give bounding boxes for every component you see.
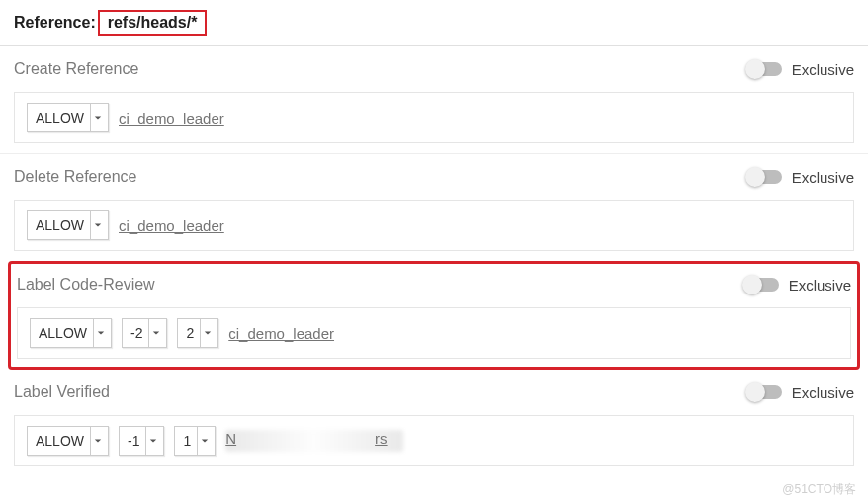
exclusive-wrap: Exclusive — [745, 277, 851, 294]
section-head: Create Reference Exclusive — [14, 60, 854, 78]
max-value: 2 — [186, 325, 194, 341]
reference-header: Reference: refs/heads/* — [0, 0, 868, 46]
action-select[interactable]: ALLOW — [27, 426, 109, 456]
chevron-down-icon — [197, 427, 211, 455]
chevron-down-icon — [93, 319, 107, 347]
chevron-down-icon — [90, 104, 104, 131]
exclusive-toggle[interactable] — [748, 62, 782, 76]
section-title: Delete Reference — [14, 168, 137, 186]
action-select[interactable]: ALLOW — [27, 103, 109, 132]
permission-row: ALLOW -1 1 Nrs — [14, 415, 854, 466]
reference-value-box: refs/heads/* — [98, 10, 208, 36]
action-select[interactable]: ALLOW — [30, 318, 112, 348]
chevron-down-icon — [145, 427, 159, 455]
group-link-redacted[interactable]: Nrs — [225, 430, 403, 452]
section-delete-reference: Delete Reference Exclusive ALLOW ci_demo… — [0, 153, 868, 261]
action-value: ALLOW — [36, 110, 84, 126]
group-suffix: rs — [375, 430, 388, 447]
exclusive-label: Exclusive — [792, 61, 854, 78]
exclusive-toggle[interactable] — [745, 278, 779, 292]
exclusive-toggle[interactable] — [748, 385, 782, 399]
permission-row: ALLOW ci_demo_leader — [14, 200, 854, 251]
section-title: Label Code-Review — [17, 276, 155, 294]
action-value: ALLOW — [39, 325, 87, 341]
reference-label: Reference: — [14, 14, 96, 32]
chevron-down-icon — [148, 319, 162, 347]
section-create-reference: Create Reference Exclusive ALLOW ci_demo… — [0, 46, 868, 153]
permission-row: ALLOW ci_demo_leader — [14, 92, 854, 143]
section-label-code-review: Label Code-Review Exclusive ALLOW -2 2 — [8, 261, 860, 370]
exclusive-label: Exclusive — [792, 169, 854, 186]
min-value: -1 — [128, 433, 139, 449]
section-head: Label Code-Review Exclusive — [17, 276, 851, 294]
access-section: Reference: refs/heads/* Create Reference… — [0, 0, 868, 476]
action-select[interactable]: ALLOW — [27, 210, 109, 240]
section-head: Delete Reference Exclusive — [14, 168, 854, 186]
section-label-verified: Label Verified Exclusive ALLOW -1 1 — [0, 370, 868, 476]
chevron-down-icon — [200, 319, 214, 347]
max-value: 1 — [183, 433, 191, 449]
section-title: Label Verified — [14, 383, 110, 401]
exclusive-wrap: Exclusive — [748, 169, 854, 186]
max-select[interactable]: 1 — [174, 426, 216, 456]
min-select[interactable]: -2 — [122, 318, 167, 348]
exclusive-wrap: Exclusive — [748, 61, 854, 78]
chevron-down-icon — [90, 427, 104, 455]
exclusive-toggle[interactable] — [748, 170, 782, 184]
min-select[interactable]: -1 — [119, 426, 164, 456]
permission-row: ALLOW -2 2 ci_demo_leader — [17, 307, 851, 359]
max-select[interactable]: 2 — [177, 318, 218, 348]
group-link[interactable]: ci_demo_leader — [119, 110, 224, 126]
reference-value: refs/heads/* — [108, 14, 198, 31]
group-prefix: N — [225, 430, 236, 447]
chevron-down-icon — [90, 211, 104, 239]
section-title: Create Reference — [14, 60, 138, 78]
group-link[interactable]: ci_demo_leader — [119, 217, 224, 234]
watermark: @51CTO博客 — [782, 481, 856, 498]
action-value: ALLOW — [36, 217, 84, 233]
min-value: -2 — [130, 325, 142, 341]
exclusive-label: Exclusive — [792, 384, 854, 401]
section-head: Label Verified Exclusive — [14, 383, 854, 401]
exclusive-label: Exclusive — [789, 277, 851, 294]
exclusive-wrap: Exclusive — [748, 384, 854, 401]
action-value: ALLOW — [36, 433, 84, 449]
group-link[interactable]: ci_demo_leader — [228, 325, 334, 342]
